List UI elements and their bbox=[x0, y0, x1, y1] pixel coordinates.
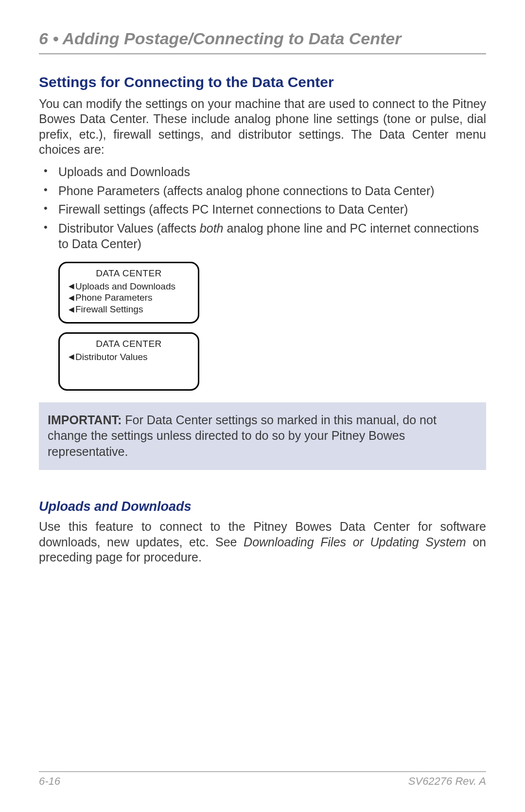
footer-rule bbox=[39, 771, 486, 772]
chapter-number: 6 bbox=[39, 29, 48, 48]
section-intro: You can modify the settings on your mach… bbox=[39, 96, 486, 157]
list-item: Distributor Values (affects both analog … bbox=[39, 220, 486, 252]
screen-box-1: DATA CENTER ◀ Uploads and Downloads ◀ Ph… bbox=[58, 262, 199, 324]
screen-item: ◀ Phone Parameters bbox=[69, 292, 189, 304]
page-footer: 6-16 SV62276 Rev. A bbox=[39, 775, 486, 788]
screen-item-label: Uploads and Downloads bbox=[75, 281, 175, 292]
emphasis: Downloading Files or Updating System bbox=[244, 535, 466, 549]
screen-item-label: Firewall Settings bbox=[75, 304, 143, 315]
subsection-heading: Uploads and Downloads bbox=[39, 499, 486, 514]
emphasis: both bbox=[200, 221, 224, 235]
screen-item-label: Distributor Values bbox=[75, 351, 148, 363]
page-number: 6-16 bbox=[39, 775, 60, 788]
left-triangle-icon: ◀ bbox=[69, 293, 74, 303]
doc-revision: SV62276 Rev. A bbox=[408, 775, 486, 788]
document-page: 6 • Adding Postage/Connecting to Data Ce… bbox=[0, 0, 525, 812]
screen-examples: DATA CENTER ◀ Uploads and Downloads ◀ Ph… bbox=[58, 262, 486, 391]
left-triangle-icon: ◀ bbox=[69, 282, 74, 291]
important-callout: IMPORTANT: For Data Center settings so m… bbox=[39, 402, 486, 470]
left-triangle-icon: ◀ bbox=[69, 305, 74, 314]
section-heading: Settings for Connecting to the Data Cent… bbox=[39, 74, 486, 90]
menu-choices-list: Uploads and Downloads Phone Parameters (… bbox=[39, 164, 486, 252]
list-item: Uploads and Downloads bbox=[39, 164, 486, 180]
chapter-title: 6 • Adding Postage/Connecting to Data Ce… bbox=[39, 29, 486, 54]
screen-item: ◀ Uploads and Downloads bbox=[69, 281, 189, 292]
left-triangle-icon: ◀ bbox=[69, 352, 74, 361]
screen-item: ◀ Firewall Settings bbox=[69, 304, 189, 315]
list-item: Firewall settings (affects PC Internet c… bbox=[39, 201, 486, 217]
screen-item-label: Phone Parameters bbox=[75, 292, 152, 304]
screen-box-2: DATA CENTER ◀ Distributor Values bbox=[58, 332, 199, 391]
subsection-body: Use this feature to connect to the Pitne… bbox=[39, 519, 486, 565]
chapter-name: Adding Postage/Connecting to Data Center bbox=[62, 29, 401, 48]
separator-dot: • bbox=[52, 29, 58, 48]
screen-title: DATA CENTER bbox=[69, 268, 189, 279]
important-label: IMPORTANT: bbox=[48, 413, 122, 427]
list-item: Phone Parameters (affects analog phone c… bbox=[39, 183, 486, 199]
screen-title: DATA CENTER bbox=[69, 339, 189, 349]
text: Distributor Values (affects bbox=[58, 221, 200, 235]
screen-item: ◀ Distributor Values bbox=[69, 351, 189, 363]
